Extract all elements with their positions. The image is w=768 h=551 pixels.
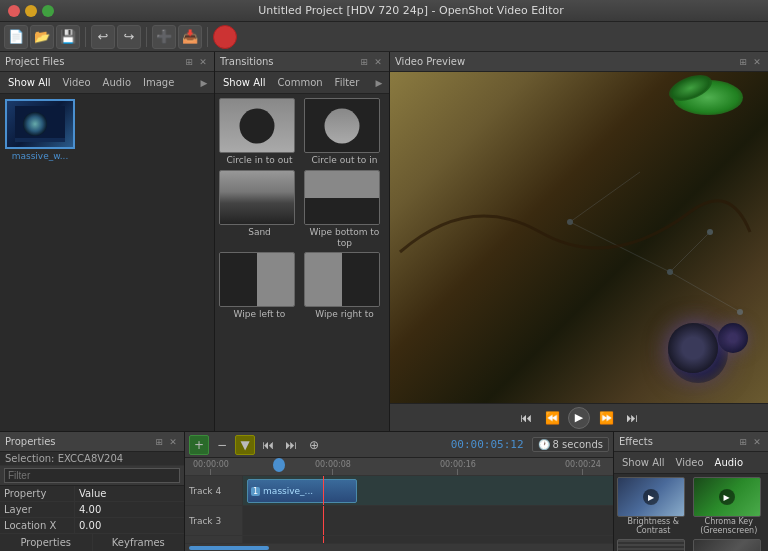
properties-controls: ⊞ ✕: [153, 436, 179, 448]
track-3-content[interactable]: [243, 506, 613, 535]
titlebar: Untitled Project [HDV 720 24p] - OpenSho…: [0, 0, 768, 22]
timeline-ruler[interactable]: 00:00:00 00:00:08 00:00:16 00:00:24 00:0…: [185, 458, 613, 476]
jump-end-button[interactable]: ⏭: [281, 435, 301, 455]
effects-expand[interactable]: ⊞: [737, 436, 749, 448]
ruler-line-24: [582, 469, 583, 475]
ruler-label-0: 00:00:00: [193, 460, 229, 469]
ruler-line-16: [457, 469, 458, 475]
effects-close[interactable]: ✕: [751, 436, 763, 448]
transition-visual-circle-in: [220, 98, 294, 153]
properties-selection: Selection: EXCCA8V204: [0, 452, 184, 466]
tab-common-transitions[interactable]: Common: [274, 76, 327, 89]
open-button[interactable]: 📂: [30, 25, 54, 49]
video-preview-expand[interactable]: ⊞: [737, 56, 749, 68]
transition-circle-in[interactable]: Circle in to out: [219, 98, 300, 166]
effect-play-brightness: ▶: [643, 489, 659, 505]
record-button[interactable]: [213, 25, 237, 49]
props-header-row: Property Value: [0, 486, 184, 502]
effects-panel: Effects ⊞ ✕ Show All Video Audio ▶ Brigh…: [613, 431, 768, 551]
close-button[interactable]: [8, 5, 20, 17]
tab-show-all-effects[interactable]: Show All: [618, 456, 669, 469]
skip-to-start-button[interactable]: ⏮: [516, 408, 536, 428]
props-col-value: Value: [75, 486, 184, 501]
video-preview-panel: Video Preview ⊞ ✕: [390, 52, 768, 431]
props-value-location-x: 0.00: [75, 518, 184, 533]
effect-alphamask[interactable]: ▶ Alpha Mask/Wipe Tra...: [693, 539, 766, 551]
props-row-location-x[interactable]: Location X 0.00: [0, 518, 184, 533]
fast-forward-button[interactable]: ⏩: [596, 408, 616, 428]
project-files-expand[interactable]: ⊞: [183, 56, 195, 68]
maximize-button[interactable]: [42, 5, 54, 17]
effect-thumb-deinterlace: ▶: [617, 539, 685, 551]
remove-track-button[interactable]: −: [212, 435, 232, 455]
playhead-line-3: [323, 506, 324, 535]
timeline-scroll-thumb[interactable]: [189, 546, 269, 550]
transition-thumb-wipe-bottom: [304, 170, 380, 225]
toolbar-separator-3: [207, 27, 208, 47]
project-files-header: Project Files ⊞ ✕: [0, 52, 214, 72]
window-controls[interactable]: [8, 5, 54, 17]
effect-chroma[interactable]: ▶ Chroma Key(Greenscreen): [693, 477, 766, 536]
effect-deinterlace[interactable]: ▶ Deinterlace: [617, 539, 690, 551]
import-button[interactable]: 📥: [178, 25, 202, 49]
undo-button[interactable]: ↩: [91, 25, 115, 49]
video-frame: [390, 72, 768, 403]
properties-expand[interactable]: ⊞: [153, 436, 165, 448]
tab-properties[interactable]: Properties: [0, 534, 93, 551]
transition-wipe-right[interactable]: Wipe right to: [304, 252, 385, 320]
snap-button[interactable]: ⊕: [304, 435, 324, 455]
transition-sand[interactable]: Sand: [219, 170, 300, 249]
effect-brightness[interactable]: ▶ Brightness &Contrast: [617, 477, 690, 536]
tab-audio-project[interactable]: Audio: [99, 76, 135, 89]
transition-thumb-wipe-right: [304, 252, 380, 307]
minimize-button[interactable]: [25, 5, 37, 17]
skip-to-end-button[interactable]: ⏭: [622, 408, 642, 428]
timeline-duration: 8 seconds: [553, 439, 603, 450]
track-2-content[interactable]: [243, 536, 613, 543]
tab-video-project[interactable]: Video: [59, 76, 95, 89]
ruler-label-24: 00:00:24: [565, 460, 601, 469]
tab-show-all-transitions[interactable]: Show All: [219, 76, 270, 89]
transition-circle-out[interactable]: Circle out to in: [304, 98, 385, 166]
effect-thumb-alphamask: ▶: [693, 539, 761, 551]
video-preview-close[interactable]: ✕: [751, 56, 763, 68]
transitions-expand[interactable]: ⊞: [358, 56, 370, 68]
project-thumb-image: [5, 99, 75, 149]
properties-close[interactable]: ✕: [167, 436, 179, 448]
filter-timeline-button[interactable]: ▼: [235, 435, 255, 455]
ruler-label-8: 00:00:08: [315, 460, 351, 469]
add-button[interactable]: ➕: [152, 25, 176, 49]
track-4-content[interactable]: 1 massive_...: [243, 476, 613, 505]
props-row-layer[interactable]: Layer 4.00: [0, 502, 184, 518]
track-3-row: Track 3: [185, 506, 613, 536]
properties-filter-input[interactable]: [4, 468, 180, 483]
save-button[interactable]: 💾: [56, 25, 80, 49]
redo-button[interactable]: ↪: [117, 25, 141, 49]
transitions-tab-more[interactable]: ▶: [373, 77, 385, 89]
tab-filter-transitions[interactable]: Filter: [331, 76, 364, 89]
jump-start-button[interactable]: ⏮: [258, 435, 278, 455]
timeline-scrollbar[interactable]: [185, 543, 613, 551]
clip-massive[interactable]: 1 massive_...: [247, 479, 357, 503]
tab-video-effects[interactable]: Video: [672, 456, 708, 469]
add-track-button[interactable]: +: [189, 435, 209, 455]
play-button[interactable]: ▶: [568, 407, 590, 429]
project-files-close[interactable]: ✕: [197, 56, 209, 68]
tab-show-all-project[interactable]: Show All: [4, 76, 55, 89]
effect-play-chroma: ▶: [719, 489, 735, 505]
tab-image-project[interactable]: Image: [139, 76, 178, 89]
effects-title: Effects: [619, 436, 653, 447]
effect-label-brightness: Brightness &Contrast: [617, 518, 690, 536]
transition-wipe-bottom[interactable]: Wipe bottom to top: [304, 170, 385, 249]
transition-wipe-left[interactable]: Wipe left to: [219, 252, 300, 320]
tab-keyframes[interactable]: Keyframes: [93, 534, 185, 551]
rewind-button[interactable]: ⏪: [542, 408, 562, 428]
project-tab-more[interactable]: ▶: [198, 77, 210, 89]
main-toolbar: 📄 📂 💾 ↩ ↪ ➕ 📥: [0, 22, 768, 52]
video-preview-controls: ⊞ ✕: [737, 56, 763, 68]
new-button[interactable]: 📄: [4, 25, 28, 49]
transitions-close[interactable]: ✕: [372, 56, 384, 68]
tab-audio-effects[interactable]: Audio: [711, 456, 747, 469]
project-file-item[interactable]: massive_w...: [5, 99, 75, 161]
transitions-tabs: Show All Common Filter ▶: [215, 72, 389, 94]
